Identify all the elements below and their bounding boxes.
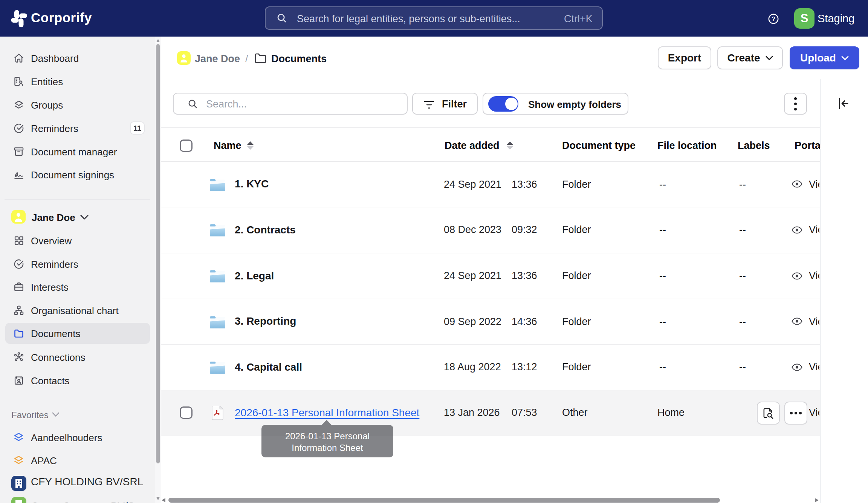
svg-text:?: ? [772,16,775,22]
